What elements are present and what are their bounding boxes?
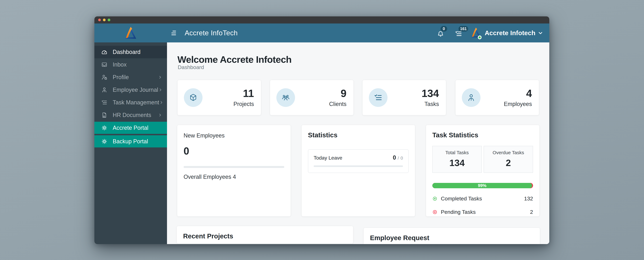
today-leave-progress-track [314, 165, 403, 167]
sidebar-item-backup-portal[interactable]: Backup Portal [94, 135, 167, 147]
task-progress-track: 99% [432, 183, 533, 188]
window-titlebar[interactable] [94, 16, 549, 23]
statistics-title: Statistics [308, 131, 409, 139]
sidebar-item-label: Backup Portal [113, 138, 148, 145]
employee-request-title: Employee Request [370, 234, 534, 242]
chevron-right-icon [158, 88, 162, 92]
accrete-logo-icon [124, 26, 138, 40]
sidebar-item-hr-documents[interactable]: HR Documents [94, 109, 167, 121]
notifications-count-badge: 0 [440, 26, 447, 31]
chevron-right-icon [158, 75, 162, 79]
inbox-icon [101, 61, 108, 68]
close-window-button[interactable] [98, 18, 101, 21]
pending-tasks-row: Pending Tasks 2 [432, 209, 533, 215]
chevron-right-icon [158, 113, 162, 117]
stat-card-employees[interactable]: 4 Employees [456, 80, 539, 115]
stat-value: 4 [504, 88, 532, 99]
speedometer-icon [101, 49, 108, 55]
document-icon [101, 112, 108, 118]
app-window: Accrete InfoTech 0 161 [94, 16, 549, 244]
overdue-tasks-box: Overdue Tasks 2 [484, 146, 533, 173]
zoom-window-button[interactable] [108, 18, 110, 21]
stat-value: 9 [329, 88, 346, 99]
sidebar-item-label: Accrete Portal [113, 125, 148, 131]
recent-projects-title: Recent Projects [183, 233, 347, 240]
task-progress-label: 99% [478, 183, 486, 188]
sidebar-item-profile[interactable]: Profile [94, 71, 167, 84]
stat-icon-circle [184, 88, 202, 107]
user-avatar[interactable] [470, 27, 482, 39]
stat-value: 134 [422, 88, 439, 99]
task-list-icon [101, 99, 108, 106]
today-leave-separator: / [398, 156, 399, 161]
completed-tasks-value: 132 [524, 196, 533, 202]
stat-label: Employees [504, 101, 532, 107]
main-content: Welcome Accrete Infotech Dashboard 11 Pr… [167, 42, 549, 244]
sidebar-item-task-management[interactable]: Task Management [94, 96, 167, 109]
stat-value: 11 [234, 88, 254, 99]
statistics-card: Statistics Today Leave 0 / 0 [302, 125, 415, 217]
sidebar-item-label: Profile [113, 74, 129, 81]
person-icon [101, 87, 108, 93]
task-statistics-card: Task Statistics Total Tasks 134 Overdue … [426, 125, 540, 217]
navbar-actions: 0 161 Accret [436, 27, 543, 39]
chevron-down-icon[interactable] [538, 30, 543, 36]
today-leave-total: 0 [400, 156, 403, 161]
sidebar-item-label: Dashboard [113, 49, 140, 55]
sidebar-item-accrete-portal[interactable]: Accrete Portal [94, 122, 167, 134]
sidebar-item-employee-journal[interactable]: Employee Journal [94, 84, 167, 96]
online-status-dot [478, 35, 482, 39]
pending-tasks-label: Pending Tasks [441, 209, 476, 215]
pending-tasks-value: 2 [530, 209, 533, 215]
sidebar-item-label: HR Documents [113, 112, 151, 118]
sidebar-item-label: Inbox [113, 61, 126, 68]
completed-tasks-label: Completed Tasks [441, 196, 482, 202]
user-lock-icon [101, 74, 108, 81]
task-statistics-title: Task Statistics [432, 131, 533, 139]
today-leave-label: Today Leave [314, 155, 342, 161]
sidebar-item-label: Employee Journal [113, 87, 158, 93]
minimize-window-button[interactable] [103, 18, 106, 21]
sidebar-item-dashboard[interactable]: Dashboard [94, 46, 167, 58]
person-icon [466, 93, 476, 102]
overall-employees-text: Overall Employees 4 [184, 174, 284, 180]
gear-icon [101, 125, 108, 131]
sidebar-toggle-button[interactable] [170, 29, 178, 37]
task-list-icon [374, 93, 383, 102]
stat-card-tasks[interactable]: 134 Tasks [362, 80, 446, 115]
new-employees-value: 0 [184, 145, 284, 157]
stat-card-projects[interactable]: 11 Projects [178, 80, 261, 115]
brand-logo-zone[interactable] [94, 23, 167, 42]
overdue-tasks-value: 2 [486, 158, 531, 168]
stat-label: Projects [234, 101, 254, 107]
stat-card-clients[interactable]: 9 Clients [270, 80, 354, 115]
notifications-button[interactable]: 0 [436, 28, 445, 38]
gear-icon [101, 138, 108, 145]
sidebar-nav: Dashboard Inbox Profile [94, 42, 167, 244]
target-dot-icon [432, 210, 438, 215]
stat-label: Tasks [422, 101, 439, 107]
user-menu-name[interactable]: Accrete Infotech [485, 29, 536, 37]
total-tasks-label: Total Tasks [434, 150, 480, 155]
target-dot-icon [432, 196, 438, 201]
task-progress-fill: 99% [432, 183, 532, 188]
completed-tasks-row: Completed Tasks 132 [432, 196, 533, 202]
clients-group-icon [281, 93, 290, 102]
stat-icon-circle [276, 88, 295, 107]
overdue-tasks-label: Overdue Tasks [486, 150, 531, 155]
recent-projects-card: Recent Projects [177, 226, 353, 244]
today-leave-value: 0 [393, 154, 396, 161]
app-navbar: Accrete InfoTech 0 161 [94, 23, 549, 42]
sidebar-item-label: Task Management [113, 99, 159, 106]
cube-icon [188, 93, 198, 102]
hamburger-icon [170, 29, 178, 37]
desktop-background: Accrete InfoTech 0 161 [0, 0, 644, 260]
new-employees-card: New Employees 0 Overall Employees 4 [177, 125, 291, 217]
sidebar-item-inbox[interactable]: Inbox [94, 58, 167, 71]
app-title: Accrete InfoTech [185, 29, 238, 37]
tasks-button[interactable]: 161 [454, 28, 463, 38]
new-employees-progress-track [184, 166, 284, 168]
breadcrumb: Dashboard [178, 64, 204, 70]
chevron-right-icon [159, 100, 164, 105]
stat-icon-circle [369, 88, 388, 107]
